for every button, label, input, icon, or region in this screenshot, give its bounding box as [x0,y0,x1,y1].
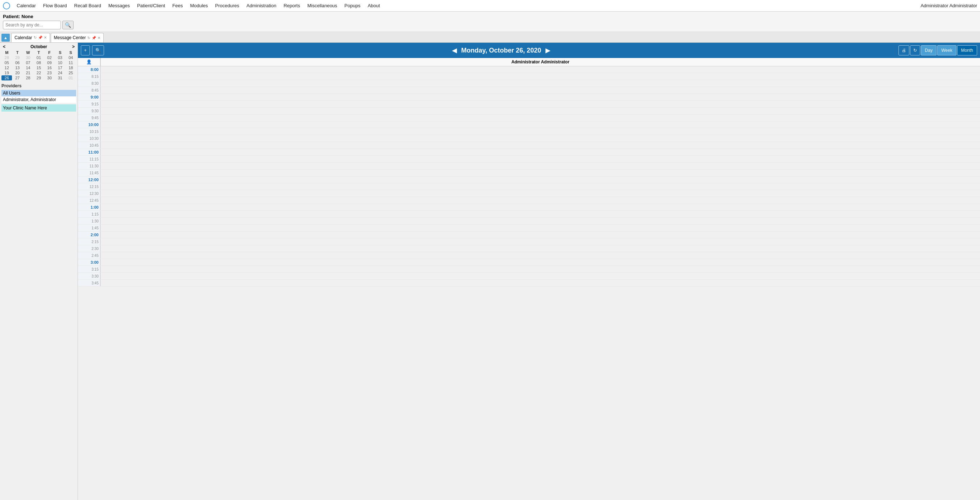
mini-cal-day[interactable]: 30 [44,75,55,81]
appointment-cell[interactable] [100,176,980,183]
mini-cal-day[interactable]: 22 [33,70,44,75]
tab-calendar-refresh-icon[interactable]: ↻ [34,35,37,40]
appointment-cell[interactable] [100,238,980,245]
mini-cal-day[interactable]: 17 [55,65,65,70]
nav-patient-client[interactable]: Patient/Client [134,3,169,8]
appointment-cell[interactable] [100,149,980,156]
refresh-button[interactable]: ↻ [910,45,920,56]
add-appointment-button[interactable]: + [81,45,90,56]
nav-modules[interactable]: Modules [186,3,211,8]
appointment-cell[interactable] [100,108,980,114]
mini-cal-day[interactable]: 26 [2,75,12,81]
mini-cal-day[interactable]: 07 [23,60,33,65]
mini-cal-day[interactable]: 16 [44,65,55,70]
appointment-cell[interactable] [100,73,980,80]
tab-calendar-close-icon[interactable]: ✕ [44,35,47,40]
nav-administration[interactable]: Administration [243,3,280,8]
mini-cal-day[interactable]: 04 [65,55,76,60]
provider-item-admin[interactable]: Administrator, Administrator [2,96,76,103]
mini-cal-day[interactable]: 11 [65,60,76,65]
mini-cal-next-arrow[interactable]: > [71,44,76,49]
appointment-cell[interactable] [100,245,980,252]
nav-popups[interactable]: Popups [341,3,364,8]
nav-flow-board[interactable]: Flow Board [40,3,71,8]
appointment-cell[interactable] [100,66,980,73]
appointment-cell[interactable] [100,266,980,273]
search-appointment-button[interactable]: 🔍 [92,45,104,56]
week-view-button[interactable]: Week [937,45,956,56]
appointment-cell[interactable] [100,121,980,128]
cal-prev-arrow[interactable]: ◀ [452,47,457,54]
tab-message-center-close-icon[interactable]: ✕ [97,36,100,40]
mini-cal-day[interactable]: 29 [12,55,22,60]
nav-reports[interactable]: Reports [280,3,304,8]
appointment-cell[interactable] [100,183,980,190]
mini-cal-day[interactable]: 21 [23,70,33,75]
appointment-cell[interactable] [100,218,980,224]
appointment-cell[interactable] [100,163,980,169]
mini-cal-day[interactable]: 03 [55,55,65,60]
mini-cal-day[interactable]: 30 [23,55,33,60]
nav-about[interactable]: About [364,3,383,8]
mini-cal-prev-arrow[interactable]: < [2,44,7,49]
mini-cal-day[interactable]: 12 [2,65,12,70]
mini-cal-day[interactable]: 31 [55,75,65,81]
tab-message-center-refresh-icon[interactable]: ↻ [88,36,90,40]
mini-cal-day[interactable]: 09 [44,60,55,65]
search-button[interactable]: 🔍 [62,21,73,29]
appointment-cell[interactable] [100,94,980,100]
mini-cal-day[interactable]: 13 [12,65,22,70]
tab-message-center-pin-icon[interactable]: 📌 [92,36,96,40]
mini-cal-day[interactable]: 02 [44,55,55,60]
appointment-cell[interactable] [100,273,980,279]
mini-cal-day[interactable]: 05 [2,60,12,65]
appointment-cell[interactable] [100,170,980,176]
appointment-cell[interactable] [100,197,980,204]
appointment-cell[interactable] [100,280,980,286]
appointment-cell[interactable] [100,252,980,259]
mini-cal-day[interactable]: 19 [2,70,12,75]
mini-cal-day[interactable]: 23 [44,70,55,75]
appointment-cell[interactable] [100,87,980,94]
month-view-button[interactable]: Month [957,45,977,56]
mini-cal-day[interactable]: 27 [12,75,22,81]
appointment-cell[interactable] [100,156,980,162]
mini-cal-day[interactable]: 15 [33,65,44,70]
mini-cal-day[interactable]: 14 [23,65,33,70]
mini-cal-day[interactable]: 10 [55,60,65,65]
appointment-cell[interactable] [100,80,980,87]
mini-cal-day[interactable]: 06 [12,60,22,65]
nav-calendar[interactable]: Calendar [13,3,40,8]
cal-next-arrow[interactable]: ▶ [546,47,550,54]
mini-cal-day[interactable]: 08 [33,60,44,65]
appointment-cell[interactable] [100,190,980,197]
tab-calendar[interactable]: Calendar ↻ 📌 ✕ [11,33,50,42]
mini-cal-day[interactable]: 18 [65,65,76,70]
appointment-cell[interactable] [100,204,980,211]
mini-cal-day[interactable]: 28 [2,55,12,60]
mini-cal-day[interactable]: 01 [33,55,44,60]
appointment-cell[interactable] [100,128,980,135]
all-users-label[interactable]: All Users [2,90,76,96]
nav-recall-board[interactable]: Recall Board [71,3,105,8]
mini-cal-day[interactable]: 24 [55,70,65,75]
appointment-cell[interactable] [100,135,980,142]
tab-calendar-pin-icon[interactable]: 📌 [38,35,42,40]
mini-cal-day[interactable]: 29 [33,75,44,81]
mini-cal-day[interactable]: 01 [65,75,76,81]
nav-miscellaneous[interactable]: Miscellaneous [304,3,341,8]
appointment-cell[interactable] [100,142,980,149]
mini-cal-day[interactable]: 28 [23,75,33,81]
nav-procedures[interactable]: Procedures [212,3,243,8]
appointment-cell[interactable] [100,232,980,238]
day-view-button[interactable]: Day [921,45,937,56]
clinic-label[interactable]: Your Clinic Name Here [2,104,76,111]
nav-fees[interactable]: Fees [169,3,187,8]
mini-cal-day[interactable]: 25 [65,70,76,75]
appointment-cell[interactable] [100,225,980,231]
appointment-cell[interactable] [100,101,980,107]
search-input[interactable] [3,21,61,29]
appointment-cell[interactable] [100,114,980,121]
appointment-cell[interactable] [100,259,980,265]
mini-cal-day[interactable]: 20 [12,70,22,75]
